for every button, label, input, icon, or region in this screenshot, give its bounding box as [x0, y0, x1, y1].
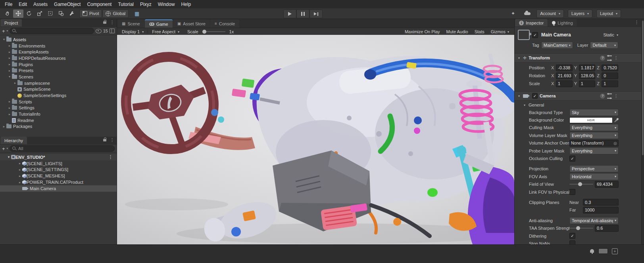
expander-icon[interactable]: ▸ — [13, 81, 17, 85]
expander-icon[interactable]: ▸ — [17, 181, 22, 184]
tree-item-packages[interactable]: ▸Packages — [0, 124, 117, 130]
display-dropdown[interactable]: Display 1▾ — [119, 29, 146, 35]
occlusion-culling-checkbox[interactable] — [569, 156, 575, 162]
expander-icon[interactable]: ▸ — [7, 69, 12, 72]
anti-aliasing-dropdown[interactable]: Temporal Anti-aliasing (TAA)▾ — [569, 217, 619, 224]
hierarchy-item-scene-lights[interactable]: ▸[SCENE_LIGHTS] — [0, 160, 117, 167]
two-column-layout-icon[interactable] — [110, 29, 115, 33]
component-menu-icon[interactable]: ⋮ — [614, 56, 618, 60]
scene-menu-icon[interactable]: ⋮ — [108, 155, 113, 159]
tree-item-plugins[interactable]: ▸Plugins — [0, 61, 117, 68]
layer-dropdown[interactable]: Default▾ — [590, 42, 618, 49]
rotation-y-field[interactable]: 128.05 — [579, 72, 596, 79]
expander-icon[interactable]: ▸ — [7, 50, 12, 54]
menu-edit[interactable]: Edit — [15, 1, 30, 8]
rotation-z-field[interactable]: 0 — [602, 72, 618, 79]
scale-y-field[interactable]: 1 — [579, 80, 596, 87]
scale-x-field[interactable]: 1 — [556, 80, 573, 87]
hand-tool-button[interactable] — [2, 10, 13, 18]
taa-sharpen-slider[interactable] — [569, 228, 593, 229]
scale-tool-button[interactable] — [35, 10, 45, 18]
tree-item-readme[interactable]: Readme — [0, 117, 117, 124]
expander-icon[interactable]: ▸ — [7, 106, 12, 110]
maximize-on-play-button[interactable]: Maximize On Play — [402, 29, 443, 35]
menu-help[interactable]: Help — [178, 1, 194, 8]
static-dropdown[interactable]: Static▾ — [603, 32, 618, 37]
pivot-toggle[interactable]: Pivot — [79, 10, 102, 18]
tab-inspector[interactable]: Inspector — [515, 19, 548, 27]
scale-z-field[interactable]: 1 — [602, 80, 618, 87]
tab-lighting[interactable]: Lighting — [548, 19, 577, 27]
expander-icon[interactable]: ▸ — [17, 162, 22, 165]
scale-slider[interactable] — [202, 31, 225, 32]
grid-snapping-button[interactable]: ▦ — [132, 10, 142, 18]
hierarchy-item-env-studio[interactable]: ▾ENV_STUDIO*⋮ — [0, 154, 117, 160]
layers-dropdown[interactable]: Layers▾ — [568, 10, 592, 18]
frame-debugger-icon[interactable] — [612, 248, 618, 254]
tree-item-exampleassets[interactable]: ▸ExampleAssets — [0, 49, 117, 55]
inspector-scrollbar[interactable] — [641, 19, 644, 244]
tree-item-scenes[interactable]: ▾Scenes — [0, 74, 117, 80]
background-type-dropdown[interactable]: Sky▾ — [569, 109, 619, 116]
tree-item-assets[interactable]: ▾Assets — [0, 36, 117, 43]
move-tool-button[interactable] — [13, 10, 23, 18]
expander-icon[interactable]: ▾ — [2, 38, 6, 41]
slider-knob[interactable] — [576, 226, 580, 230]
fov-slider[interactable] — [569, 184, 593, 185]
expander-icon[interactable]: ▸ — [7, 63, 12, 66]
tree-item-hdrpdefaultresources[interactable]: ▸HDRPDefaultResources — [0, 55, 117, 61]
tree-item-environments[interactable]: ▸Environments — [0, 43, 117, 49]
object-picker-icon[interactable]: ◎ — [613, 141, 617, 145]
tab-scene[interactable]: ▦Scene — [117, 19, 144, 28]
play-button[interactable] — [283, 10, 296, 18]
menu-window[interactable]: Window — [155, 1, 178, 8]
clipping-far-field[interactable]: 1000 — [583, 207, 619, 213]
position-x-field[interactable]: -0.338 — [556, 65, 573, 71]
rect-tool-button[interactable] — [45, 10, 56, 18]
component-menu-icon[interactable]: ⋮ — [614, 94, 618, 98]
object-name[interactable]: Main Camera — [541, 32, 601, 38]
transform-combined-tool-button[interactable] — [56, 10, 66, 18]
rotate-tool-button[interactable] — [24, 10, 34, 18]
hierarchy-item-power-train[interactable]: ▸POWER_TRAIN.CATProduct — [0, 179, 117, 185]
expander-icon[interactable]: ▾ — [7, 75, 12, 78]
menu-file[interactable]: File — [2, 1, 15, 8]
expander-icon[interactable]: ▸ — [7, 56, 12, 60]
lock-icon[interactable] — [103, 139, 106, 141]
help-icon[interactable] — [600, 93, 605, 99]
menu-assets[interactable]: Assets — [30, 1, 51, 8]
tree-item-presets[interactable]: ▸Presets — [0, 67, 117, 74]
stats-button[interactable]: Stats — [472, 29, 487, 35]
menu-gameobject[interactable]: GameObject — [51, 1, 84, 8]
tab-console[interactable]: ≡Console — [210, 19, 239, 28]
mute-audio-button[interactable]: Mute Audio — [444, 29, 471, 35]
account-dropdown[interactable]: Account▾ — [536, 10, 564, 18]
help-icon[interactable] — [600, 55, 605, 61]
rotation-x-field[interactable]: 21.693 — [556, 72, 573, 79]
volume-layer-mask-dropdown[interactable]: Everything▾ — [569, 132, 619, 139]
hierarchy-item-main-camera[interactable]: Main Camera — [0, 185, 117, 192]
expander-icon[interactable]: ▸ — [7, 112, 12, 116]
object-enabled-checkbox[interactable] — [532, 32, 538, 38]
menu-component[interactable]: Component — [84, 1, 115, 8]
position-z-field[interactable]: 0.7520 — [602, 65, 618, 71]
menu-pixyz[interactable]: Pixyz — [137, 1, 155, 8]
expander-icon[interactable]: ▸ — [2, 125, 6, 128]
menu-tutorial[interactable]: Tutorial — [115, 1, 137, 8]
panel-menu-icon[interactable]: ⋮ — [634, 20, 639, 25]
gizmos-dropdown[interactable]: Gizmos▾ — [488, 29, 512, 35]
hierarchy-item-scene-meshes[interactable]: ▸[SCENE_MESHES] — [0, 173, 117, 179]
expander-icon[interactable]: ▾ — [6, 155, 11, 159]
aspect-dropdown[interactable]: Free Aspect▾ — [150, 29, 182, 35]
tree-item-scripts[interactable]: ▸Scripts — [0, 99, 117, 105]
panel-menu-icon[interactable]: ⋮ — [110, 138, 114, 142]
pause-button[interactable] — [296, 10, 310, 18]
dithering-checkbox[interactable] — [569, 233, 575, 239]
hierarchy-item-scene-settings[interactable]: ▸[SCENE_SETTINGS] — [0, 167, 117, 173]
panel-menu-icon[interactable]: ⋮ — [110, 20, 114, 25]
foldout-icon[interactable]: ▾ — [517, 56, 521, 60]
custom-tool-button[interactable] — [67, 10, 77, 18]
game-render-viewport[interactable] — [117, 35, 514, 244]
tab-hierarchy[interactable]: Hierarchy — [0, 137, 27, 144]
foldout-icon[interactable]: ▾ — [517, 94, 521, 98]
